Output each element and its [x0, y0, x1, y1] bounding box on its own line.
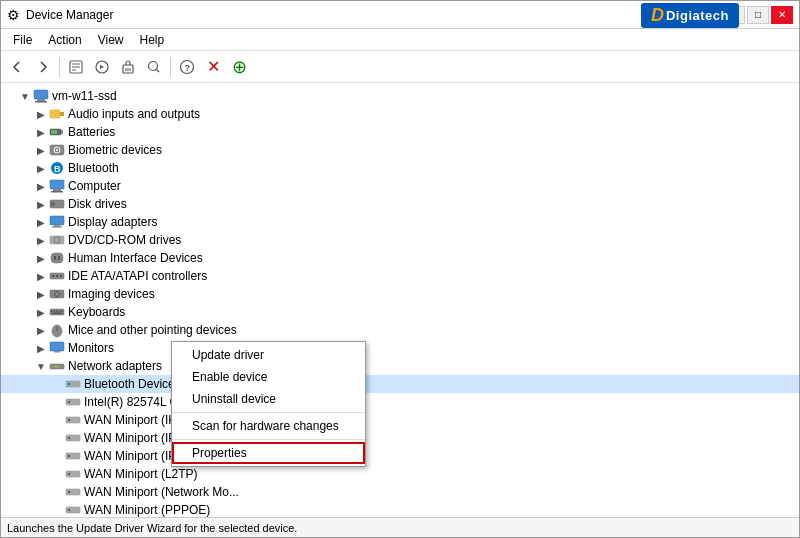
batteries-label: Batteries: [68, 125, 115, 139]
svg-rect-69: [68, 437, 70, 439]
toolbar-forward[interactable]: [31, 55, 55, 79]
expander-ide[interactable]: ▶: [33, 271, 49, 282]
svg-rect-33: [54, 225, 60, 227]
tree-item-bt-adapter[interactable]: Bluetooth Device (Personal A...: [1, 375, 799, 393]
svg-rect-26: [50, 180, 64, 189]
tree-panel[interactable]: ▼ vm-w11-ssd ▶: [1, 83, 799, 517]
toolbar-scan[interactable]: [142, 55, 166, 79]
mice-label: Mice and other pointing devices: [68, 323, 237, 337]
tree-item-network[interactable]: ▼ Network adapters: [1, 357, 799, 375]
toolbar-uninstall[interactable]: [116, 55, 140, 79]
ctx-uninstall-device[interactable]: Uninstall device: [172, 388, 365, 410]
ctx-enable-device[interactable]: Enable device: [172, 366, 365, 388]
toolbar-add[interactable]: ⊕: [227, 55, 251, 79]
tree-item-imaging[interactable]: ▶ Imaging devices: [1, 285, 799, 303]
svg-point-37: [56, 239, 58, 241]
tree-item-wan-network[interactable]: WAN Miniport (Network Mo...: [1, 483, 799, 501]
expander-keyboards[interactable]: ▶: [33, 307, 49, 318]
logo-icon: D: [651, 5, 664, 26]
ctx-properties[interactable]: Properties: [172, 442, 365, 464]
toolbar-properties[interactable]: [64, 55, 88, 79]
statusbar-text: Launches the Update Driver Wizard for th…: [7, 522, 297, 534]
menu-help[interactable]: Help: [132, 31, 173, 49]
close-button[interactable]: ✕: [771, 6, 793, 24]
expander-monitors[interactable]: ▶: [33, 343, 49, 354]
expander-bluetooth[interactable]: ▶: [33, 163, 49, 174]
dvd-label: DVD/CD-ROM drives: [68, 233, 181, 247]
svg-rect-63: [68, 383, 70, 385]
svg-rect-75: [68, 491, 70, 493]
svg-point-9: [149, 61, 158, 70]
expander-dvd[interactable]: ▶: [33, 235, 49, 246]
display-label: Display adapters: [68, 215, 157, 229]
menu-file[interactable]: File: [5, 31, 40, 49]
tree-item-monitors[interactable]: ▶ Monitors: [1, 339, 799, 357]
wan-l2tp-icon: [65, 466, 81, 482]
ctx-update-driver[interactable]: Update driver: [172, 344, 365, 366]
biometric-icon: [49, 142, 65, 158]
titlebar-left: ⚙ Device Manager: [7, 7, 113, 23]
svg-rect-57: [54, 351, 60, 353]
toolbar-help[interactable]: ?: [175, 55, 199, 79]
computer-label: Computer: [68, 179, 121, 193]
tree-item-wan-l2tp[interactable]: WAN Miniport (L2TP): [1, 465, 799, 483]
device-manager-window: ⚙ Device Manager D Digiatech ─ □ ✕ File …: [0, 0, 800, 538]
audio-icon: [49, 106, 65, 122]
tree-item-wan-pppoe[interactable]: WAN Miniport (PPPOE): [1, 501, 799, 517]
expander-network[interactable]: ▼: [33, 361, 49, 372]
svg-rect-16: [50, 110, 60, 118]
tree-item-biometric[interactable]: ▶ Biometric devices: [1, 141, 799, 159]
wan-network-icon: [65, 484, 81, 500]
tree-item-hid[interactable]: ▶ Human Interface Devices: [1, 249, 799, 267]
toolbar-back[interactable]: [5, 55, 29, 79]
tree-item-intel[interactable]: Intel(R) 82574L Gigabit Netw...: [1, 393, 799, 411]
expander-audio[interactable]: ▶: [33, 109, 49, 120]
wan-ikev2-icon: [65, 412, 81, 428]
tree-item-ide[interactable]: ▶ IDE ATA/ATAPI controllers: [1, 267, 799, 285]
tree-item-wan-ikev2[interactable]: WAN Miniport (IKEv2): [1, 411, 799, 429]
tree-item-keyboards[interactable]: ▶ Keyboards: [1, 303, 799, 321]
svg-rect-20: [51, 130, 57, 134]
tree-root[interactable]: ▼ vm-w11-ssd: [1, 87, 799, 105]
svg-rect-52: [61, 311, 63, 313]
svg-rect-59: [52, 366, 54, 368]
wan-pppoe-label: WAN Miniport (PPPOE): [84, 503, 210, 517]
monitors-icon: [49, 340, 65, 356]
network-label: Network adapters: [68, 359, 162, 373]
expander-computer[interactable]: ▶: [33, 181, 49, 192]
intel-icon: [65, 394, 81, 410]
expander-imaging[interactable]: ▶: [33, 289, 49, 300]
tree-item-dvd[interactable]: ▶ DVD/CD-ROM drives: [1, 231, 799, 249]
svg-rect-28: [51, 191, 63, 193]
tree-item-disk[interactable]: ▶ Disk drives: [1, 195, 799, 213]
expander-mice[interactable]: ▶: [33, 325, 49, 336]
tree-item-batteries[interactable]: ▶ Batteries: [1, 123, 799, 141]
tree-item-mice[interactable]: ▶ Mice and other pointing devices: [1, 321, 799, 339]
toolbar-remove[interactable]: ✕: [201, 55, 225, 79]
expander-biometric[interactable]: ▶: [33, 145, 49, 156]
tree-item-wan-ip[interactable]: WAN Miniport (IP): [1, 429, 799, 447]
svg-rect-17: [60, 112, 64, 116]
expander-display[interactable]: ▶: [33, 217, 49, 228]
tree-item-audio[interactable]: ▶ Audio inputs and outputs: [1, 105, 799, 123]
expander-batteries[interactable]: ▶: [33, 127, 49, 138]
menu-view[interactable]: View: [90, 31, 132, 49]
restore-button[interactable]: □: [747, 6, 769, 24]
svg-rect-14: [37, 99, 45, 101]
titlebar-title: Device Manager: [26, 8, 113, 22]
tree-item-bluetooth[interactable]: ▶ B Bluetooth: [1, 159, 799, 177]
tree-item-display[interactable]: ▶ Display adapters: [1, 213, 799, 231]
tree-item-wan-ipv6[interactable]: WAN Miniport (IPv6): [1, 447, 799, 465]
svg-point-23: [56, 149, 58, 151]
ctx-scan-hardware[interactable]: Scan for hardware changes: [172, 415, 365, 437]
mice-icon: [49, 322, 65, 338]
expander-disk[interactable]: ▶: [33, 199, 49, 210]
menu-action[interactable]: Action: [40, 31, 89, 49]
toolbar-update-driver[interactable]: [90, 55, 114, 79]
toolbar-sep-1: [59, 57, 60, 77]
tree-item-computer[interactable]: ▶ Computer: [1, 177, 799, 195]
expander-root[interactable]: ▼: [17, 91, 33, 102]
expander-hid[interactable]: ▶: [33, 253, 49, 264]
disk-label: Disk drives: [68, 197, 127, 211]
wan-l2tp-label: WAN Miniport (L2TP): [84, 467, 198, 481]
